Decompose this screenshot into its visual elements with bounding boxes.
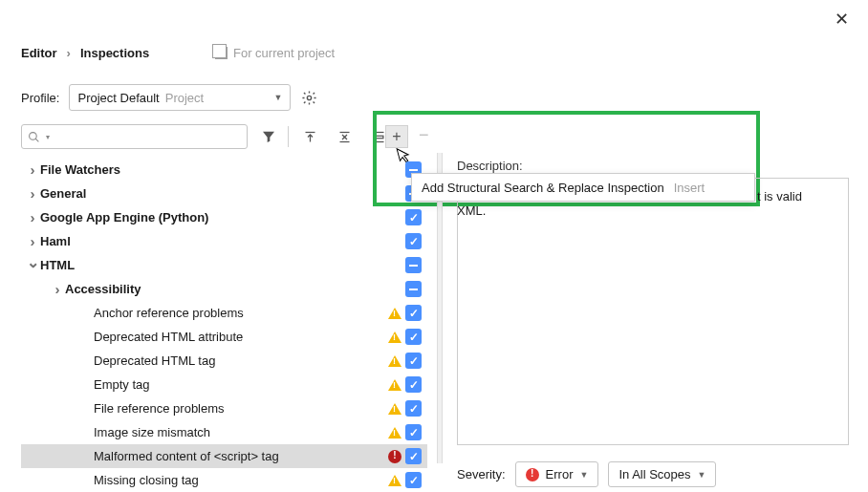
tree-item-label: Image size mismatch [94,425,427,439]
chevron-right-icon[interactable]: › [25,161,40,178]
tree-row[interactable]: ›Haml [21,229,427,253]
description-label: Description: [457,159,523,173]
remove-inspection-button[interactable]: − [419,125,429,145]
tree-row[interactable]: File reference problems [21,396,427,420]
inspection-checkbox[interactable] [405,472,422,488]
tree-item-label: General [40,186,427,201]
tree-item-label: Accessibility [65,282,427,296]
chevron-right-icon[interactable]: › [25,185,40,202]
tree-row[interactable]: Deprecated HTML attribute [21,325,427,349]
search-icon [28,131,40,143]
tree-item-label: Missing closing tag [94,473,427,487]
profile-label: Profile: [21,91,59,105]
inspection-tree[interactable]: ›File Watchers›General›Google App Engine… [21,158,427,492]
scope-hint: For current project [215,46,335,60]
description-box [457,178,849,445]
inspection-checkbox[interactable] [405,448,422,464]
tree-row[interactable]: ⌄HTML [21,253,427,277]
filter-icon[interactable] [255,124,282,149]
warning-icon [388,379,401,391]
severity-value: Error [546,467,574,481]
tree-row[interactable]: ›Accessibility [21,277,427,301]
profile-value: Project Default [77,91,159,105]
inspection-checkbox[interactable] [405,281,422,297]
chevron-down-icon: ▼ [274,93,283,102]
warning-icon [388,332,401,343]
breadcrumb-parent[interactable]: Editor [21,46,57,60]
scope-value: In All Scopes [618,467,690,481]
severity-label: Severity: [457,467,506,481]
inspection-checkbox[interactable] [405,257,422,273]
profile-row: Profile: Project Default Project ▼ [21,84,317,111]
warning-icon [388,403,401,415]
tree-row[interactable]: Deprecated HTML tag [21,349,427,373]
chevron-right-icon[interactable]: › [50,281,65,297]
tree-row[interactable]: Anchor reference problems [21,301,427,325]
tree-row[interactable]: ›File Watchers [21,158,427,182]
collapse-all-icon[interactable] [331,124,358,149]
inspection-checkbox[interactable] [405,329,422,345]
svg-rect-7 [375,136,383,139]
profile-suffix: Project [165,91,204,105]
chevron-down-icon: ▼ [579,470,588,480]
tree-row[interactable]: ›General [21,182,427,205]
tree-item-label: HTML [40,258,427,272]
breadcrumb: Editor › Inspections [21,46,149,60]
inspection-checkbox[interactable] [405,376,422,393]
scope-hint-label: For current project [233,46,335,60]
gear-icon[interactable] [300,89,317,106]
popup-item-label: Add Structural Search & Replace Inspecti… [422,181,664,195]
chevron-right-icon[interactable]: › [25,233,40,249]
tree-item-label: File Watchers [40,162,427,177]
chevron-down-icon[interactable]: ⌄ [25,253,40,271]
tree-item-label: Empty tag [94,377,427,392]
svg-point-1 [30,132,37,139]
chevron-right-icon[interactable]: › [25,209,40,225]
search-history-icon[interactable]: ▾ [46,133,50,141]
tree-item-label: Malformed content of <script> tag [94,449,427,463]
popup-item-shortcut: Insert [674,181,705,195]
severity-select[interactable]: Error ▼ [515,461,599,487]
tree-row[interactable]: Malformed content of <script> tag [21,444,427,468]
warning-icon [388,355,401,367]
warning-icon [388,308,401,319]
search-input[interactable]: ▾ [21,124,248,149]
profile-select[interactable]: Project Default Project ▼ [69,84,291,111]
scope-select[interactable]: In All Scopes ▼ [608,461,716,487]
tree-item-label: Anchor reference problems [94,306,427,320]
error-icon [526,468,539,481]
svg-point-0 [307,96,311,99]
inspection-checkbox[interactable] [405,209,422,225]
warning-icon [388,475,401,486]
inspection-checkbox[interactable] [405,424,422,440]
tree-row[interactable]: Missing closing tag [21,468,427,492]
severity-row: Severity: Error ▼ In All Scopes ▼ [457,461,716,487]
tree-toolbar: ▾ [21,124,392,149]
tree-item-label: Haml [40,234,427,248]
warning-icon [388,427,401,439]
tree-row[interactable]: Image size mismatch [21,420,427,444]
inspection-checkbox[interactable] [405,233,422,249]
error-icon [388,450,401,463]
tree-item-label: File reference problems [94,401,427,416]
breadcrumb-sep-icon: › [67,46,71,60]
chevron-down-icon: ▼ [698,470,706,480]
tree-row[interactable]: Empty tag [21,373,427,396]
toolbar-separator [288,126,289,147]
description-text: t is valid XML. [757,189,848,218]
tree-item-label: Google App Engine (Python) [40,210,427,225]
svg-line-2 [35,139,38,141]
inspection-checkbox[interactable] [405,353,422,369]
search-field[interactable] [54,129,241,145]
close-icon[interactable]: ✕ [835,9,849,30]
tree-item-label: Deprecated HTML attribute [94,330,427,344]
inspection-checkbox[interactable] [405,400,422,417]
copy-icon [215,47,228,59]
inspection-checkbox[interactable] [405,305,422,321]
add-inspection-popup-item[interactable]: Add Structural Search & Replace Inspecti… [411,173,755,202]
tree-row[interactable]: ›Google App Engine (Python) [21,205,427,229]
expand-all-icon[interactable] [296,124,323,149]
breadcrumb-current: Inspections [80,46,149,60]
tree-item-label: Deprecated HTML tag [94,353,427,368]
